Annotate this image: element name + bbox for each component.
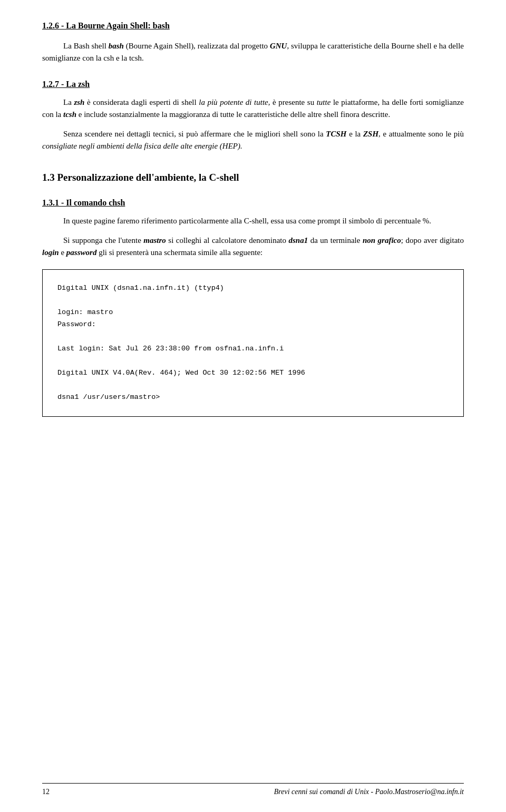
terminal-code-box: Digital UNIX (dsna1.na.infn.it) (ttyp4) …: [42, 269, 464, 416]
code-line-9: [57, 379, 449, 392]
s127-p1-mid2: , è presente su: [268, 98, 317, 106]
section-126-title-text: 1.2.6 - La Bourne Again Shell: bash: [42, 21, 170, 30]
s127-p1-mid1: è considerata dagli esperti di shell: [84, 98, 199, 106]
bash-italic: bash: [109, 42, 124, 50]
section-127-title-text: 1.2.7 - La zsh: [42, 80, 90, 89]
login-italic: login: [42, 248, 59, 257]
section-131-title-text: 1.3.1 - Il comando chsh: [42, 198, 125, 207]
s131-p2-mid2: da un terminale: [308, 236, 363, 244]
zsh-italic-1: zsh: [74, 98, 84, 106]
mastro-italic: mastro: [143, 236, 166, 244]
code-line-5: [57, 331, 449, 343]
password-italic: password: [66, 248, 97, 257]
page-footer: 12 Brevi cenni sui comandi di Unix - Pao…: [42, 783, 464, 796]
footer-text: Brevi cenni sui comandi di Unix - Paolo.…: [274, 788, 464, 796]
code-line-1: Digital UNIX (dsna1.na.infn.it) (ttyp4): [57, 282, 449, 295]
s131-p2-end: gli si presenterà una schermata simile a…: [96, 248, 262, 257]
consigliate-italic: consigliate negli ambienti della fisica …: [42, 142, 242, 150]
section-13-title-text: 1.3 Personalizzazione dell'ambiente, la …: [42, 172, 239, 183]
page-number: 12: [42, 788, 50, 796]
s131-p2-mid1: si colleghi al calcolatore denominato: [166, 236, 289, 244]
code-line-10: dsna1 /usr/users/mastro>: [57, 392, 449, 404]
tcsh-italic-2: TCSH: [326, 130, 346, 138]
section-131-heading: 1.3.1 - Il comando chsh: [42, 198, 464, 208]
s131-p2-mid4: e: [59, 248, 66, 257]
piu-potente-italic: la più potente di tutte: [199, 98, 268, 106]
non-grafico-italic: non grafico: [363, 236, 401, 244]
para1-pre-text: La Bash shell: [63, 42, 109, 50]
s127-p2-pre: Senza scendere nei dettagli tecnici, si …: [63, 130, 326, 138]
zsh-italic-2: ZSH: [363, 130, 378, 138]
s131-p2-mid3: ; dopo aver digitato: [401, 236, 464, 244]
tcsh-italic-1: tcsh: [63, 110, 76, 119]
code-line-8: Digital UNIX V4.0A(Rev. 464); Wed Oct 30…: [57, 367, 449, 379]
page: 1.2.6 - La Bourne Again Shell: bash La B…: [0, 0, 506, 812]
code-line-4: Password:: [57, 319, 449, 331]
code-line-2: [57, 295, 449, 307]
code-line-3: login: mastro: [57, 307, 449, 319]
section-126-heading: 1.2.6 - La Bourne Again Shell: bash: [42, 21, 464, 31]
section-126-para1: La Bash shell bash (Bourne Again Shell),…: [42, 40, 464, 65]
s131-p2-pre: Si supponga che l'utente: [63, 236, 143, 244]
section-127-heading: 1.2.7 - La zsh: [42, 80, 464, 89]
dsna1-italic: dsna1: [288, 236, 308, 244]
section-131-para2: Si supponga che l'utente mastro si colle…: [42, 234, 464, 259]
s127-p2-mid: e la: [346, 130, 363, 138]
code-line-6: Last login: Sat Jul 26 23:38:00 from osf…: [57, 343, 449, 355]
section-131-para1: In queste pagine faremo riferimento part…: [42, 215, 464, 227]
s131-p1-text: In queste pagine faremo riferimento part…: [63, 217, 431, 225]
s127-p1-pre: La: [63, 98, 74, 106]
section-127-para1: La zsh è considerata dagli esperti di sh…: [42, 96, 464, 121]
s127-p1-end: e include sostanzialmente la maggioranza…: [76, 110, 390, 119]
section-127-para2: Senza scendere nei dettagli tecnici, si …: [42, 128, 464, 153]
gnu-italic: GNU: [270, 42, 287, 50]
s127-p2-end1: , e attualmente sono le più: [378, 130, 464, 138]
para1-mid-text: (Bourne Again Shell), realizzata dal pro…: [124, 42, 270, 50]
section-13-title: 1.3 Personalizzazione dell'ambiente, la …: [42, 172, 464, 183]
code-line-7: [57, 355, 449, 367]
tutte-italic: tutte: [317, 98, 331, 106]
